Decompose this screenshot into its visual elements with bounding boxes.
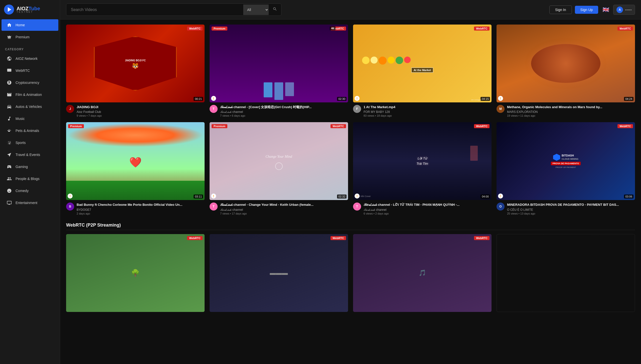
- user-badge[interactable]: A -----: [613, 5, 635, 15]
- video-card-v7[interactable]: Lời TừTrái Tim Soái Nhi Cover WebRTC 04:…: [353, 122, 492, 215]
- sidebar-webrtc-label: WebRTC: [16, 69, 30, 73]
- channel-avatar-v3: F: [353, 105, 361, 113]
- video-card-v8[interactable]: BITDASHCLOUD MINING PROVA DE PAGAMENTO P…: [497, 122, 635, 215]
- video-card-v4[interactable]: WebRTC 04:24 ! M Methane, Organic Molecu…: [497, 25, 635, 117]
- video-channel-v3: FOR MY BABY 128: [364, 110, 492, 114]
- badge-webrtc-wb3: WebRTC: [474, 236, 490, 240]
- sidebar-item-entertainment[interactable]: Entertainment: [2, 197, 58, 209]
- video-thumb-v6: Change Your Mind Premium WebRTC 02:32 !: [210, 122, 348, 200]
- video-channel-v1: Aioz Football Club: [77, 110, 205, 114]
- sidebar-item-premium[interactable]: Premium: [2, 31, 58, 43]
- video-card-v3[interactable]: At the Market WebRTC 04:15 ! we conquer …: [353, 25, 492, 117]
- svg-point-3: [7, 189, 12, 193]
- webrtc-thumb-content-1: 🌳: [66, 234, 205, 312]
- sidebar-item-film[interactable]: Film & Animation: [2, 89, 58, 100]
- video-stats-v8: 25 views • 13 days ago: [507, 212, 635, 215]
- sign-in-button[interactable]: Sign In: [549, 6, 572, 14]
- video-info-v2: T 𝒯𝒾ℯ𝓊𝐿𝒾𝓃𝒽 channel - [Cover] 女孩暗恋(Girl C…: [210, 105, 348, 117]
- video-title-v6: 𝒯𝒾ℯ𝓊𝐿𝒾𝓃𝒽 channel - Change Your Mind - Ke…: [220, 203, 348, 207]
- video-card-v5[interactable]: ❤️ Premium 03:11 ! B Bad Bunny ft Chench…: [66, 122, 205, 215]
- channel-avatar-v4: M: [497, 105, 505, 113]
- sidebar-sports-label: Sports: [16, 141, 26, 145]
- video-stats-v5: 2 days ago: [77, 212, 205, 215]
- webrtc-video-grid: 🌳 WebRTC ▬▬▬ WebRTC: [66, 234, 635, 314]
- video-thumb-v4: WebRTC 04:24 !: [497, 25, 635, 102]
- duration-v1: 00:21: [194, 97, 203, 101]
- badge-premium-v5: Premium: [68, 124, 84, 128]
- video-stats-v3: 83 views • 18 days ago: [364, 114, 492, 117]
- webrtc-card-3[interactable]: 🎵 WebRTC: [353, 234, 492, 314]
- sidebar-music-label: Music: [16, 117, 25, 121]
- channel-avatar-v1: J: [66, 105, 74, 113]
- duration-v4: 04:24: [624, 97, 633, 101]
- duration-v8: 03:06: [624, 195, 633, 199]
- video-card-v2[interactable]: Premium WebRTC 4K 02:30 ! T 𝒯𝒾ℯ𝓊𝐿𝒾𝓃𝒽 cha…: [210, 25, 348, 117]
- warning-icon-v4: !: [498, 96, 503, 101]
- duration-v5: 03:11: [194, 195, 203, 199]
- sidebar-item-pets[interactable]: Pets & Animals: [2, 125, 58, 136]
- gaming-icon: [7, 164, 12, 169]
- duration-v3: 04:15: [480, 97, 490, 101]
- sidebar-pets-label: Pets & Animals: [16, 129, 39, 133]
- sidebar-item-sports[interactable]: Sports: [2, 137, 58, 148]
- video-card-v1[interactable]: JIADING BOJI FC 🐯 WebRTC 00:21 J JIADING…: [66, 25, 205, 117]
- warning-icon-v3: !: [355, 96, 360, 101]
- video-meta-v7: 𝒯𝒾ℯ𝓊𝐿𝒾𝓃𝒽 channel - LỜI TỪ TRÁI TIM - PHA…: [364, 203, 492, 215]
- sidebar-item-home[interactable]: Home: [2, 19, 58, 31]
- sign-up-button[interactable]: Sign Up: [575, 6, 598, 14]
- webrtc-card-1[interactable]: 🌳 WebRTC: [66, 234, 205, 314]
- badge-webrtc-v7: WebRTC: [474, 124, 490, 128]
- people-icon: [7, 176, 12, 181]
- comedy-icon: [7, 188, 12, 194]
- sidebar-item-aioz-network[interactable]: AIOZ Network: [2, 53, 58, 64]
- sidebar-item-gaming[interactable]: Gaming: [2, 161, 58, 172]
- video-title-v1: JIADING BOJI: [77, 105, 205, 109]
- badge-webrtc-v6: WebRTC: [331, 124, 346, 128]
- video-thumb-v5: ❤️ Premium 03:11 !: [66, 122, 205, 200]
- warning-icon-v2: !: [211, 96, 216, 101]
- webrtc-card-2[interactable]: ▬▬▬ WebRTC: [210, 234, 348, 314]
- badge-4k-v2: 4K: [330, 27, 336, 30]
- sidebar-premium-label: Premium: [16, 35, 30, 39]
- webrtc-thumb-2: ▬▬▬ WebRTC: [210, 234, 348, 312]
- thumb-content-v3: At the Market: [353, 25, 492, 102]
- video-stats-v4: 19 views • 11 days ago: [507, 114, 635, 117]
- header: All Videos Channels Playlists Sign In Si…: [60, 0, 641, 20]
- video-card-v6[interactable]: Change Your Mind Premium WebRTC 02:32 ! …: [210, 122, 348, 215]
- sidebar-item-webrtc[interactable]: WebRTC: [2, 65, 58, 76]
- badge-webrtc-wb2: WebRTC: [331, 236, 346, 240]
- entertainment-icon: [7, 200, 12, 206]
- main-content: All Videos Channels Playlists Sign In Si…: [60, 0, 641, 364]
- video-title-v4: Methane, Organic Molecules and Minerals …: [507, 105, 635, 109]
- badge-webrtc-v4: WebRTC: [617, 27, 633, 31]
- video-stats-v7: 6 views • 2 days ago: [364, 212, 492, 215]
- sidebar-comedy-label: Comedy: [16, 189, 29, 193]
- sidebar-item-cryptocurrency[interactable]: Cryptocurrency: [2, 77, 58, 88]
- sidebar-item-music[interactable]: Music: [2, 113, 58, 124]
- thumb-content-v6: Change Your Mind: [210, 122, 348, 200]
- webrtc-thumb-content-2: ▬▬▬: [210, 234, 348, 312]
- video-title-v5: Bad Bunny ft Chencho Corleone Me Porto B…: [77, 203, 205, 207]
- search-button[interactable]: [269, 4, 281, 16]
- video-meta-v2: 𝒯𝒾ℯ𝓊𝐿𝒾𝓃𝒽 channel - [Cover] 女孩暗恋(Girl Cru…: [220, 105, 348, 117]
- sidebar-item-people[interactable]: People & Blogs: [2, 173, 58, 185]
- sidebar-film-label: Film & Animation: [16, 93, 42, 97]
- logo[interactable]: AIOZTube TESTNET: [0, 0, 60, 19]
- sidebar-item-travel[interactable]: Travel & Events: [2, 149, 58, 160]
- sidebar-item-comedy[interactable]: Comedy: [2, 185, 58, 197]
- sidebar-item-autos[interactable]: Autos & Vehicles: [2, 101, 58, 112]
- video-stats-v1: 9 views • 7 days ago: [77, 114, 205, 117]
- channel-avatar-v8: O: [497, 203, 505, 211]
- search-filter-dropdown[interactable]: All Videos Channels Playlists: [243, 5, 269, 15]
- logo-play-icon: [4, 5, 14, 15]
- language-flag[interactable]: 🇬🇧: [601, 7, 610, 13]
- search-input[interactable]: [66, 5, 243, 15]
- channel-avatar-v6: T: [210, 203, 218, 211]
- video-title-v8: MINERADORA BITDASH PROVA DE PAGAMENTO - …: [507, 203, 635, 207]
- video-info-v4: M Methane, Organic Molecules and Mineral…: [497, 105, 635, 117]
- thumb-content-v4: [497, 25, 635, 102]
- webrtc-thumb-4: [497, 234, 635, 312]
- channel-avatar-v2: T: [210, 105, 218, 113]
- sidebar: AIOZTube TESTNET Home Premium CATEGORY A…: [0, 0, 60, 364]
- header-right: Sign In Sign Up 🇬🇧 A -----: [549, 5, 635, 15]
